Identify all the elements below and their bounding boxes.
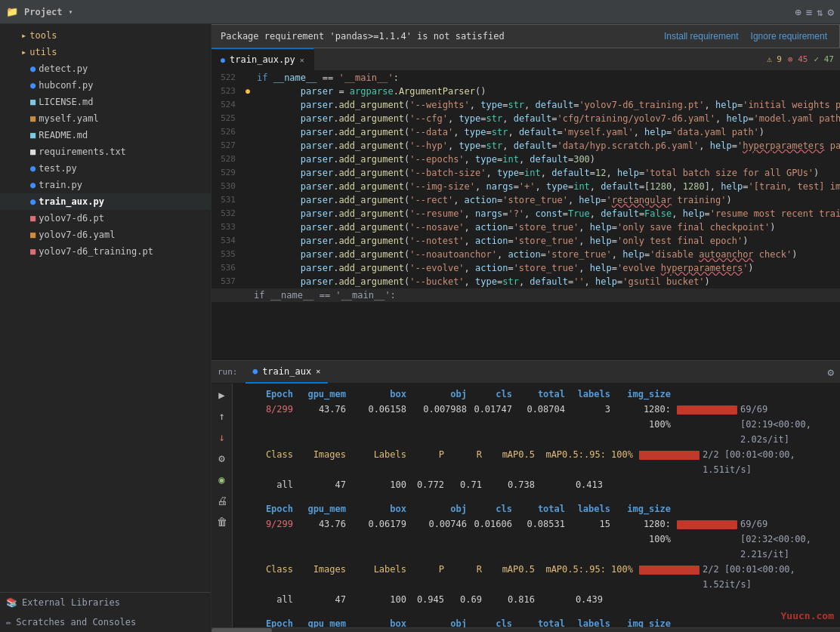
down-arrow-icon[interactable]: ↓ [216, 429, 227, 445]
bottom-scroll-thumb[interactable] [212, 628, 272, 632]
sidebar-item-train[interactable]: ● train.py [0, 177, 211, 193]
sidebar-item-test[interactable]: ● test.py [0, 160, 211, 177]
external-libraries-label: External Libraries [22, 597, 120, 608]
gear-icon[interactable]: ⚙ [828, 366, 834, 378]
yaml-icon: ■ [30, 113, 36, 124]
py-icon: ● [30, 196, 36, 207]
line-number-524: 524 [212, 98, 242, 112]
notification-text: Package requirement 'pandas>=1.1.4' is n… [221, 31, 655, 42]
external-libraries-item[interactable]: 📚 External Libraries [0, 593, 211, 612]
val-labels-label-1: Labels [352, 447, 412, 477]
scratches-consoles-item[interactable]: ✏ Scratches and Consoles [0, 612, 211, 632]
line-number-533: 533 [212, 220, 242, 234]
filter-icon[interactable]: ⚙ [216, 450, 227, 467]
list-icon[interactable]: ≡ [806, 6, 812, 18]
val-progress-bar-2 [639, 566, 699, 575]
val-progress-bar-1 [639, 451, 699, 460]
file-label: README.md [39, 130, 88, 140]
console-output[interactable]: Epoch gpu_mem box obj cls total labels i… [233, 384, 840, 627]
md-icon: ■ [30, 130, 36, 140]
train-total-1: 0.08704 [518, 402, 571, 447]
train-epoch-1: 8/299 [239, 402, 299, 447]
folder-label: tools [29, 30, 57, 41]
code-line-533: 533 parser.add_argument('--nosave', acti… [212, 220, 840, 234]
train-cls-1: 0.01747 [473, 402, 518, 447]
val-images-label-1: Images [299, 447, 352, 477]
sidebar-item-yolov7-training[interactable]: ■ yolov7-d6_training.pt [0, 243, 211, 260]
line-number-531: 531 [212, 193, 242, 207]
up-arrow-icon[interactable]: ↑ [216, 408, 227, 424]
sidebar-item-yolov7-pt[interactable]: ■ yolov7-d6.pt [0, 210, 211, 227]
col-obj-1: obj [412, 387, 473, 402]
sidebar-item-utils[interactable]: ▸ utils [0, 44, 211, 60]
sidebar-item-train-aux[interactable]: ● train_aux.py [0, 193, 211, 210]
file-label: LICENSE.md [39, 97, 93, 107]
val-map0595-label-1: mAP0.5:.95: 100% [541, 447, 639, 477]
settings-icon[interactable]: ⚙ [828, 6, 834, 18]
val-p-1: 0.772 [412, 477, 450, 492]
sort-icon[interactable]: ⇅ [817, 6, 823, 18]
line-content-530: parser.add_argument('--img-size', nargs=… [254, 180, 840, 193]
file-label: detect.py [39, 63, 88, 74]
line-number-522: 522 [212, 71, 242, 85]
col-gpumem-2: gpu_mem [299, 501, 352, 516]
sidebar-item-myself[interactable]: ■ myself.yaml [0, 110, 211, 127]
sidebar-item-yolov7-yaml[interactable]: ■ yolov7-d6.yaml [0, 227, 211, 243]
py-icon: ● [253, 366, 258, 376]
val-progress-2 [639, 562, 699, 592]
code-line-530: 530 parser.add_argument('--img-size', na… [212, 180, 840, 193]
col-labels-2: labels [571, 501, 616, 516]
progress-bar-2 [677, 520, 737, 529]
editor-tab-train-aux[interactable]: ● train_aux.py ✕ [212, 48, 314, 71]
file-label: train.py [39, 180, 82, 190]
train-box-1: 0.06158 [352, 402, 412, 447]
scratches-consoles-label: Scratches and Consoles [16, 617, 136, 627]
sidebar-item-license[interactable]: ■ LICENSE.md [0, 94, 211, 110]
print-icon[interactable]: 🖨 [215, 492, 230, 509]
line-number-528: 528 [212, 153, 242, 166]
line-content-531: parser.add_argument('--rect', action='st… [254, 193, 840, 207]
tab-close-icon[interactable]: ✕ [300, 56, 304, 64]
col-imgsize-3: img_size [616, 616, 677, 627]
console-tab-close[interactable]: ✕ [316, 367, 320, 375]
folder-icon: ▸ [21, 30, 26, 41]
console-val-row-1: all 47 100 0.772 0.71 0.738 0.413 [239, 477, 834, 492]
eye-icon[interactable]: ◉ [216, 471, 227, 488]
folder-icon: ▸ [21, 47, 26, 57]
install-requirement-button[interactable]: Install requirement [661, 29, 742, 43]
sidebar: ▸ tools ▸ utils ● detect.py ● hubconf.py… [0, 24, 212, 632]
line-number-536: 536 [212, 261, 242, 275]
val-r-label-1: R [450, 447, 488, 477]
val-p-label-1: P [412, 447, 450, 477]
tab-py-icon: ● [221, 56, 225, 64]
sidebar-item-detect[interactable]: ● detect.py [0, 60, 211, 77]
warning-status: ⚠ 9 [767, 54, 782, 64]
val-p-2: 0.945 [412, 592, 450, 607]
console-tab-train-aux[interactable]: ● train_aux ✕ [246, 361, 329, 384]
bottom-scroll-bar[interactable] [212, 627, 840, 632]
file-label: yolov7-d6.pt [39, 213, 104, 224]
train-progress-1 [677, 402, 737, 447]
sidebar-bottom: 📚 External Libraries ✏ Scratches and Con… [0, 592, 211, 632]
val-r-label-2: R [450, 562, 488, 592]
sidebar-item-hubconf[interactable]: ● hubconf.py [0, 77, 211, 94]
console-spacer-1 [239, 492, 834, 501]
sidebar-item-requirements[interactable]: ■ requirements.txt [0, 143, 211, 160]
line-number-534: 534 [212, 234, 242, 248]
sidebar-item-readme[interactable]: ■ README.md [0, 127, 211, 143]
sidebar-item-tools[interactable]: ▸ tools [0, 27, 211, 44]
code-editor[interactable]: 522 if __name__ == '__main__': 523 ● par… [212, 71, 840, 360]
val-labels-label-2: Labels [352, 562, 412, 592]
bottom-tab-bar: run: ● train_aux ✕ ⚙ [212, 361, 840, 384]
run-icon[interactable]: ▶ [216, 387, 227, 403]
line-content-523: parser = argparse.ArgumentParser() [254, 85, 840, 98]
py-icon: ● [30, 63, 36, 74]
trash-icon[interactable]: 🗑 [215, 513, 230, 530]
ignore-requirement-button[interactable]: Ignore requirement [748, 29, 830, 43]
line-number-525: 525 [212, 112, 242, 125]
console-val-row-2: all 47 100 0.945 0.69 0.816 0.439 [239, 592, 834, 607]
line-content-526: parser.add_argument('--data', type=str, … [254, 125, 840, 139]
add-icon[interactable]: ⊕ [795, 6, 801, 18]
line-content-536: parser.add_argument('--evolve', action='… [254, 261, 840, 275]
col-box-2: box [352, 501, 412, 516]
